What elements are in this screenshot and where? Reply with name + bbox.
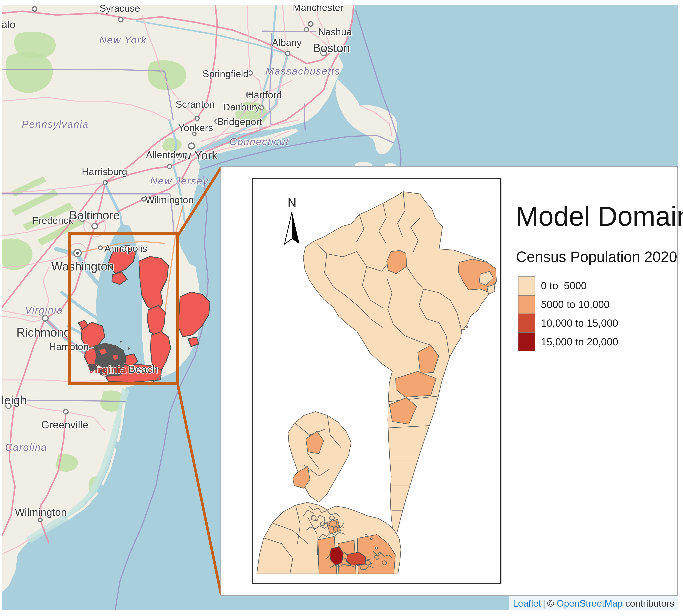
city-label-yonkers: Yonkers xyxy=(178,122,213,133)
legend-row: 15,000 to 20,000 xyxy=(518,332,618,351)
leaflet-map-screenshot: { "background_map": { "state_labels": [ … xyxy=(0,0,683,616)
city-label-raleigh: leigh xyxy=(1,393,27,407)
city-label-danbury: Danbury xyxy=(223,102,260,112)
legend-label: 10,000 to 15,000 xyxy=(541,317,618,329)
attribution-separator: | xyxy=(541,598,547,609)
state-label-new-york: New York xyxy=(99,34,147,45)
city-label-hartford: Hartford xyxy=(247,89,282,100)
city-label-frederick: Frederick xyxy=(32,215,73,226)
legend-row: 0 to 5000 xyxy=(518,276,618,295)
state-label-new-jersey: New Jersey xyxy=(150,175,208,186)
city-label-wilmington-de: Wilmington xyxy=(145,194,193,205)
north-arrow-label: N xyxy=(287,196,296,210)
legend-label: 5000 to 10,000 xyxy=(541,299,610,310)
map-attribution: Leaflet|© OpenStreetMap contributors xyxy=(509,596,678,611)
city-label-washington: Washington xyxy=(51,260,114,273)
legend-swatch-15000-20000 xyxy=(518,333,535,351)
inset-legend: 0 to 5000 5000 to 10,000 10,000 to 15,00… xyxy=(518,276,618,351)
city-label-virginia-beach: Beach xyxy=(128,363,158,375)
inset-title: Model Domain xyxy=(516,201,683,232)
copyright-symbol: © xyxy=(547,598,554,609)
city-label-wilmington-nc: Wilmington xyxy=(15,506,67,518)
inset-legend-title: Census Population 2020 xyxy=(516,248,677,265)
city-label-buffalo: alo xyxy=(1,19,16,30)
city-label-baltimore: Baltimore xyxy=(69,208,120,222)
state-label-massachusetts: Massachusetts xyxy=(265,65,340,76)
city-label-annapolis: Annapolis xyxy=(105,243,147,254)
legend-label: 0 to 5000 xyxy=(541,280,587,292)
legend-swatch-10000-15000 xyxy=(518,314,535,333)
city-label-springfield: Springfield xyxy=(202,68,248,79)
legend-row: 10,000 to 15,000 xyxy=(518,314,618,332)
legend-swatch-5000-10000 xyxy=(518,295,535,314)
openstreetmap-link[interactable]: OpenStreetMap xyxy=(557,598,623,609)
city-label-bridgeport: Bridgeport xyxy=(217,116,262,127)
city-label-boston: Boston xyxy=(313,41,350,54)
leaflet-link[interactable]: Leaflet xyxy=(513,598,541,609)
state-label-carolina: Carolina xyxy=(5,442,47,453)
contributors-text: contributors xyxy=(623,598,674,609)
state-label-connecticut: Connecticut xyxy=(229,136,289,147)
state-label-virginia: Virginia xyxy=(25,304,63,315)
legend-label: 15,000 to 20,000 xyxy=(541,336,618,348)
city-label-albany: Albany xyxy=(272,37,302,48)
city-label-nashua: Nashua xyxy=(318,26,352,37)
city-label-greenville: Greenville xyxy=(41,419,88,431)
city-label-allentown: Allentown xyxy=(146,149,188,160)
legend-swatch-0-5000 xyxy=(518,277,535,295)
legend-row: 5000 to 10,000 xyxy=(518,295,618,314)
city-label-scranton: Scranton xyxy=(176,99,215,110)
city-label-harrisburg: Harrisburg xyxy=(82,166,127,177)
city-label-richmond: Richmond xyxy=(17,326,70,339)
state-label-pennsylvania: Pennsylvania xyxy=(22,118,89,130)
